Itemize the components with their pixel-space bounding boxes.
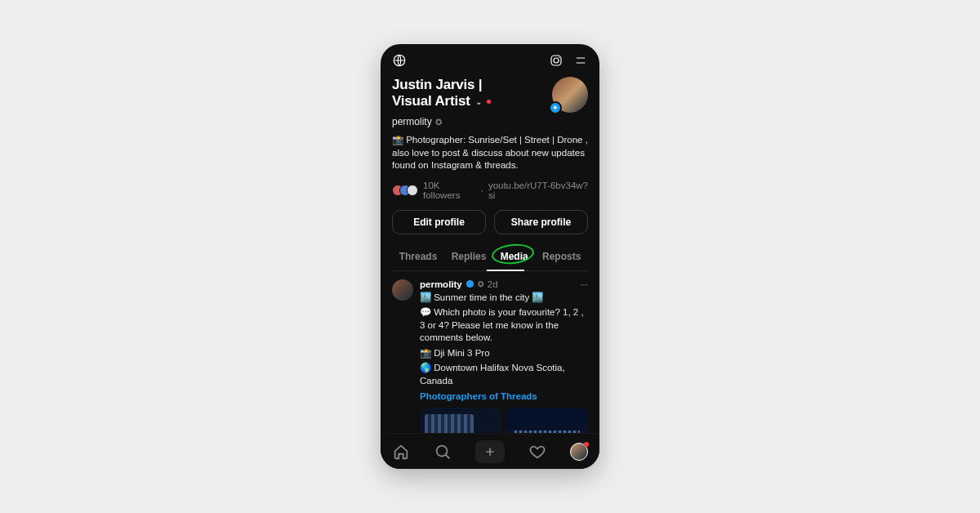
followers-row[interactable]: 10K followers · youtu.be/rU7T-6bv34w?si	[392, 181, 588, 200]
svg-point-3	[559, 57, 560, 59]
top-bar	[392, 52, 588, 72]
post-header: permolity ✪ 2d ···	[420, 279, 588, 289]
verified-icon	[466, 279, 474, 288]
nav-profile-avatar[interactable]	[570, 443, 588, 461]
post-line-4: 🌎 Downtown Halifax Nova Scotia, Canada	[420, 362, 588, 387]
post-line-2: 💬 Which photo is your favourite? 1, 2 , …	[420, 306, 588, 345]
nav-home-icon[interactable]	[392, 443, 410, 461]
profile-bio: 📸 Photographer: Sunrise/Set | Street | D…	[392, 134, 588, 172]
post-author-avatar[interactable]	[392, 279, 413, 301]
verified-badge-icon: ✦	[549, 101, 562, 114]
post-time: 2d	[488, 279, 498, 289]
separator: ·	[481, 185, 483, 195]
app-frame: Justin Jarvis | Visual Artist ⌄ ✦ permol…	[381, 44, 599, 469]
profile-header: Justin Jarvis | Visual Artist ⌄ ✦	[392, 77, 588, 113]
notification-dot	[487, 100, 491, 104]
nav-compose-button[interactable]	[475, 440, 505, 463]
post-link[interactable]: Photographers of Threads	[420, 391, 537, 401]
handle-row: permolity ✪	[392, 116, 588, 127]
post-line-3: 📸 Dji Mini 3 Pro	[420, 347, 588, 360]
profile-link[interactable]: youtu.be/rU7T-6bv34w?si	[488, 181, 588, 200]
tab-reposts[interactable]: Reposts	[539, 246, 584, 270]
nav-search-icon[interactable]	[434, 443, 452, 461]
tab-replies[interactable]: Replies	[448, 246, 490, 270]
profile-avatar[interactable]: ✦	[552, 77, 588, 113]
bottom-nav	[381, 433, 599, 469]
share-profile-button[interactable]: Share profile	[494, 210, 588, 234]
chevron-down-icon[interactable]: ⌄	[475, 97, 482, 106]
tab-media[interactable]: Media	[497, 246, 532, 270]
profile-actions: Edit profile Share profile	[392, 210, 588, 234]
instagram-icon[interactable]	[549, 53, 564, 71]
handle[interactable]: permolity	[392, 116, 432, 127]
svg-point-4	[466, 280, 474, 288]
edit-profile-button[interactable]: Edit profile	[392, 210, 486, 234]
globe-icon[interactable]	[392, 53, 407, 71]
followers-count: 10K followers	[423, 181, 476, 200]
post-badge: ✪	[478, 280, 484, 288]
svg-point-5	[437, 445, 448, 456]
display-name-line1: Justin Jarvis |	[392, 77, 491, 93]
tab-threads[interactable]: Threads	[396, 246, 441, 270]
post-username[interactable]: permolity	[420, 279, 462, 289]
display-name-line2: Visual Artist	[392, 93, 470, 109]
post-line-1: 🏙️ Sunmer time in the city 🏙️	[420, 292, 588, 305]
svg-point-2	[554, 58, 559, 63]
handle-badge: ✪	[435, 118, 442, 127]
profile-tabs: Threads Replies Media Reposts	[392, 246, 588, 271]
follower-avatars	[392, 185, 418, 196]
post-menu-icon[interactable]: ···	[580, 279, 588, 289]
nav-activity-icon[interactable]	[528, 443, 546, 461]
menu-icon[interactable]	[573, 53, 588, 71]
